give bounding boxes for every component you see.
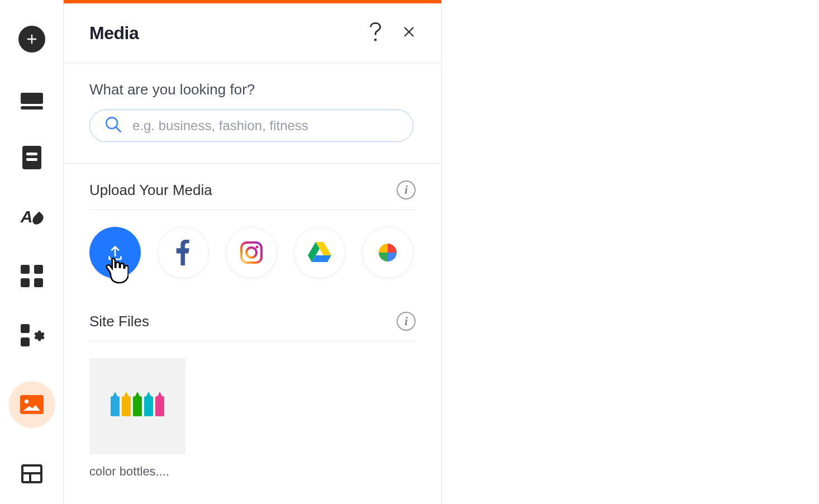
left-rail: A (0, 0, 63, 504)
file-card[interactable]: color bottles.... (89, 358, 185, 479)
close-icon (402, 25, 416, 39)
svg-rect-3 (241, 243, 261, 263)
google-drive-button[interactable] (294, 227, 345, 278)
apps-icon (21, 265, 43, 287)
image-icon (20, 395, 44, 414)
instagram-button[interactable] (226, 227, 277, 278)
theme-button[interactable]: A (18, 203, 45, 230)
svg-point-5 (256, 246, 259, 249)
svg-point-0 (374, 39, 377, 41)
google-drive-icon (306, 241, 333, 264)
help-button[interactable] (369, 22, 382, 44)
app-settings-button[interactable] (18, 322, 45, 349)
app-settings-icon (21, 324, 43, 346)
svg-line-2 (116, 127, 121, 132)
help-icon (369, 22, 382, 41)
site-files-info-button[interactable]: i (397, 312, 416, 331)
media-button[interactable] (8, 381, 55, 428)
section-icon (21, 93, 43, 104)
info-icon: i (404, 184, 408, 197)
search-icon (104, 115, 123, 136)
search-input[interactable] (89, 110, 413, 142)
instagram-icon (238, 239, 265, 266)
google-photos-icon (374, 239, 401, 266)
theme-icon: A (21, 207, 43, 226)
table-icon (21, 464, 42, 483)
site-files-section: Site Files i color bottles.... (64, 295, 441, 484)
media-panel: Media What are you looking for? U (63, 0, 442, 504)
apps-button[interactable] (18, 263, 45, 289)
upload-title: Upload Your Media (89, 182, 212, 199)
pages-button[interactable] (18, 144, 45, 171)
close-button[interactable] (402, 25, 416, 41)
plus-icon (24, 31, 40, 47)
info-icon: i (404, 315, 408, 328)
search-label: What are you looking for? (89, 81, 416, 98)
add-button[interactable] (18, 26, 45, 53)
panel-title: Media (89, 23, 139, 44)
bottles-illustration (111, 396, 164, 416)
facebook-icon (176, 240, 191, 265)
upload-button[interactable] (89, 227, 141, 278)
facebook-button[interactable] (158, 227, 209, 278)
svg-point-4 (246, 248, 256, 258)
content-manager-button[interactable] (18, 460, 45, 487)
google-photos-button[interactable] (362, 227, 413, 278)
panel-header: Media (64, 3, 441, 63)
upload-icon (105, 243, 125, 263)
site-files-title: Site Files (89, 313, 149, 330)
search-section: What are you looking for? (64, 63, 441, 164)
section-button[interactable] (18, 85, 45, 112)
upload-info-button[interactable]: i (397, 180, 416, 199)
file-name: color bottles.... (89, 464, 185, 479)
upload-section: Upload Your Media i (64, 164, 441, 295)
file-thumbnail[interactable] (89, 358, 185, 454)
page-icon (22, 146, 41, 169)
